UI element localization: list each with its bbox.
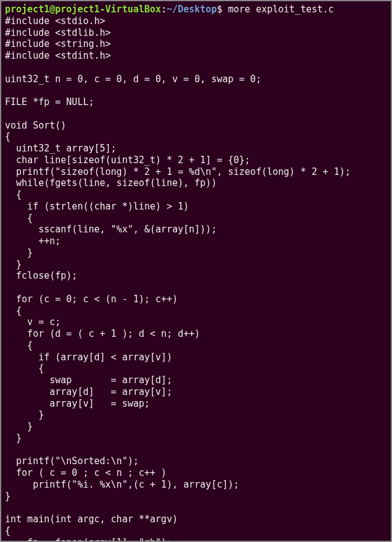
code-line: { <box>5 340 33 351</box>
code-line: swap = array[d]; <box>5 375 172 386</box>
code-line: } <box>5 259 22 270</box>
code-line: #include <stdlib.h> <box>5 27 111 38</box>
prompt-user-host: project1@project1-VirtualBox <box>5 4 161 15</box>
code-line: for ( c = 0 ; c < n ; c++ ) <box>5 467 167 478</box>
code-line: uint32_t n = 0, c = 0, d = 0, v = 0, swa… <box>5 74 261 85</box>
code-line: } <box>5 491 10 502</box>
code-line: for (c = 0; c < (n - 1); c++) <box>5 294 178 305</box>
code-line: printf("%i. %x\n",(c + 1), array[c]); <box>5 479 239 490</box>
code-line: while(fgets(line, sizeof(line), fp)) <box>5 177 217 188</box>
prompt-sep1: : <box>161 4 167 15</box>
code-line: if (array[d] < array[v]) <box>5 352 172 363</box>
code-line: ++n; <box>5 235 60 247</box>
code-line: { <box>5 305 22 316</box>
code-line: uint32_t array[5]; <box>5 143 117 154</box>
code-line: { <box>5 189 22 200</box>
code-line: { <box>5 363 44 374</box>
code-line: } <box>5 247 33 258</box>
code-line: v = c; <box>5 316 60 328</box>
terminal-window[interactable]: project1@project1-VirtualBox:~/Desktop$ … <box>1 1 391 542</box>
code-line: char line[sizeof(uint32_t) * 2 + 1] = {0… <box>5 155 250 166</box>
code-line: #include <stdio.h> <box>5 15 106 27</box>
command-text: more exploit_test.c <box>228 4 334 15</box>
code-line: FILE *fp = NULL; <box>5 96 94 108</box>
code-line: if (strlen((char *)line) > 1) <box>5 201 189 212</box>
code-line: printf("sizeof(long) * 2 + 1 = %d\n", si… <box>5 166 351 177</box>
code-line: array[d] = array[v]; <box>5 386 172 397</box>
code-line: #include <stdint.h> <box>5 50 111 61</box>
code-line: { <box>5 213 33 224</box>
prompt-path: ~/Desktop <box>167 4 217 15</box>
code-line: { <box>5 525 10 536</box>
code-line: sscanf(line, "%x", &(array[n])); <box>5 224 217 235</box>
code-line: for (d = ( c + 1 ); d < n; d++) <box>5 328 200 339</box>
code-line: array[v] = swap; <box>5 398 150 409</box>
code-line: } <box>5 421 33 432</box>
code-line: #include <string.h> <box>5 38 111 49</box>
code-line: fclose(fp); <box>5 270 77 281</box>
code-line: } <box>5 409 44 420</box>
code-line: } <box>5 433 22 444</box>
code-line: fp = fopen(argv[1], "rb"); <box>5 537 172 543</box>
code-line: { <box>5 131 10 142</box>
code-line: int main(int argc, char **argv) <box>5 514 178 525</box>
code-line: printf("\nSorted:\n"); <box>5 455 139 467</box>
prompt-sep2: $ <box>217 4 228 15</box>
code-line: void Sort() <box>5 120 66 131</box>
